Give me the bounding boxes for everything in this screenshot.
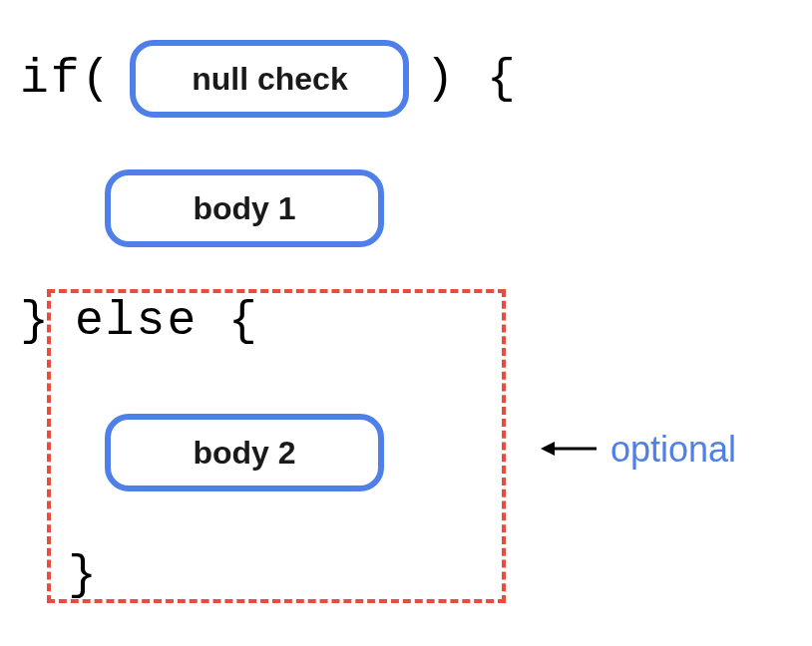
final-close-brace: } bbox=[68, 548, 99, 602]
close-paren-brace: ) { bbox=[425, 52, 517, 106]
optional-label: optional bbox=[610, 429, 736, 471]
if-statement-line: if( null check ) { bbox=[20, 40, 518, 118]
optional-annotation: optional bbox=[539, 429, 736, 471]
arrow-icon bbox=[539, 449, 599, 451]
null-check-label: null check bbox=[192, 61, 348, 98]
body1-pill: body 1 bbox=[105, 169, 384, 247]
body2-label: body 2 bbox=[193, 435, 295, 472]
if-keyword: if( bbox=[20, 52, 112, 106]
body2-pill: body 2 bbox=[105, 414, 384, 491]
svg-marker-1 bbox=[541, 442, 555, 456]
body1-label: body 1 bbox=[193, 190, 295, 227]
null-check-pill: null check bbox=[130, 40, 409, 118]
else-clause: else { bbox=[75, 294, 259, 348]
